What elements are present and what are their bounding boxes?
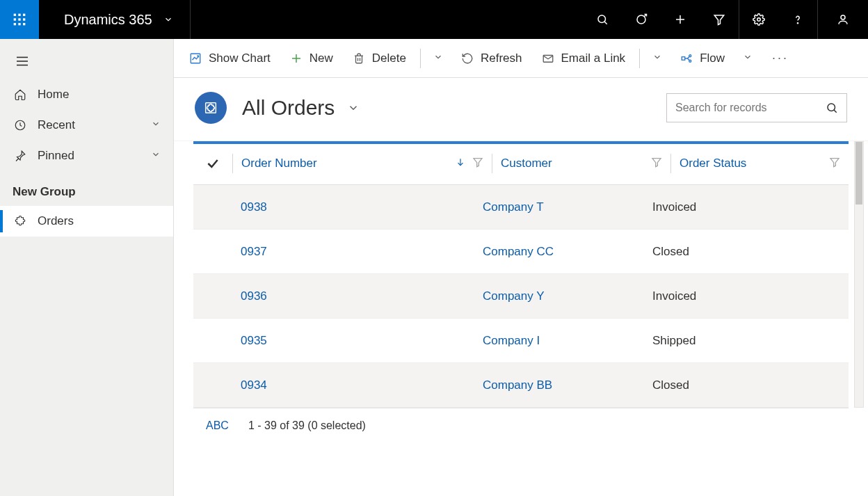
delete-more-button[interactable] xyxy=(426,47,450,70)
search-records-box[interactable] xyxy=(666,93,847,122)
table-row[interactable]: 0936 Company Y Invoiced xyxy=(193,274,849,319)
table-row[interactable]: 0934 Company BB Closed xyxy=(193,363,849,408)
svg-rect-6 xyxy=(14,23,16,25)
chevron-down-icon xyxy=(433,52,443,62)
scrollbar-thumb[interactable] xyxy=(855,142,862,205)
filter-column-button[interactable] xyxy=(651,157,662,171)
check-icon xyxy=(206,157,220,170)
person-icon xyxy=(837,13,849,26)
cmd-label: Delete xyxy=(372,51,406,65)
sidebar-toggle[interactable] xyxy=(0,46,173,79)
task-button[interactable] xyxy=(622,0,661,39)
filter-column-button[interactable] xyxy=(829,157,840,171)
delete-button[interactable]: Delete xyxy=(344,46,415,71)
view-selector[interactable]: All Orders xyxy=(242,96,360,120)
sort-desc-icon[interactable] xyxy=(456,157,465,170)
divider xyxy=(639,49,640,68)
search-button[interactable] xyxy=(583,0,622,39)
email-link-more-button[interactable] xyxy=(645,47,669,70)
cell-status: Invoiced xyxy=(652,289,849,303)
svg-point-11 xyxy=(637,15,645,24)
grid-footer: ABC 1 - 39 of 39 (0 selected) xyxy=(193,408,849,449)
settings-button[interactable] xyxy=(739,0,778,39)
svg-marker-38 xyxy=(830,158,839,166)
cell-order-number[interactable]: 0937 xyxy=(232,245,483,259)
brand-name: Dynamics 365 xyxy=(64,12,152,28)
svg-point-33 xyxy=(828,104,835,111)
search-input[interactable] xyxy=(675,102,826,114)
add-button[interactable] xyxy=(661,0,700,39)
search-icon xyxy=(826,102,838,114)
cmd-label: Flow xyxy=(700,51,725,65)
divider xyxy=(670,154,671,173)
email-link-button[interactable]: Email a Link xyxy=(533,46,634,71)
cell-customer[interactable]: Company Y xyxy=(483,289,652,303)
sidebar: Home Recent Pinned New Group Orders xyxy=(0,39,174,496)
sidebar-item-recent[interactable]: Recent xyxy=(0,110,173,141)
top-actions xyxy=(583,0,868,39)
svg-rect-4 xyxy=(18,18,20,20)
svg-rect-5 xyxy=(23,18,25,20)
clock-icon xyxy=(14,119,26,131)
table-row[interactable]: 0937 Company CC Closed xyxy=(193,230,849,274)
column-header-order-number[interactable]: Order Number xyxy=(241,157,492,171)
svg-point-18 xyxy=(841,15,845,19)
svg-point-9 xyxy=(598,15,606,23)
svg-rect-29 xyxy=(682,56,685,60)
column-header-order-status[interactable]: Order Status xyxy=(680,157,849,171)
filter-button[interactable] xyxy=(700,0,739,39)
record-summary: 1 - 39 of 39 (0 selected) xyxy=(248,419,366,432)
sidebar-item-label: Recent xyxy=(38,118,75,132)
cell-status: Invoiced xyxy=(652,200,849,214)
grid: Order Number Customer xyxy=(174,141,868,496)
svg-marker-37 xyxy=(652,158,661,166)
filter-column-button[interactable] xyxy=(472,157,483,171)
account-button[interactable] xyxy=(818,0,868,39)
cell-customer[interactable]: Company BB xyxy=(483,378,652,392)
sidebar-item-pinned[interactable]: Pinned xyxy=(0,141,173,171)
chevron-down-icon xyxy=(652,52,662,62)
table-row[interactable]: 0935 Company I Shipped xyxy=(193,319,849,363)
trash-icon xyxy=(353,52,365,65)
cell-order-number[interactable]: 0936 xyxy=(232,289,483,303)
brand-switcher[interactable]: Dynamics 365 xyxy=(39,0,191,39)
svg-line-10 xyxy=(604,22,607,24)
flow-button[interactable]: Flow xyxy=(672,46,733,71)
chevron-down-icon xyxy=(151,119,161,129)
plus-icon xyxy=(674,13,686,26)
app-launcher-button[interactable] xyxy=(0,0,39,39)
mail-icon xyxy=(542,52,554,65)
table-row[interactable]: 0938 Company T Invoiced xyxy=(193,185,849,230)
cell-customer[interactable]: Company T xyxy=(483,200,652,214)
pin-icon xyxy=(14,150,26,162)
overflow-button[interactable]: ··· xyxy=(762,45,798,71)
puzzle-icon xyxy=(14,215,26,227)
top-bar: Dynamics 365 xyxy=(0,0,868,39)
cell-customer[interactable]: Company I xyxy=(483,334,652,348)
refresh-button[interactable]: Refresh xyxy=(453,46,531,71)
cell-order-number[interactable]: 0934 xyxy=(232,378,483,392)
alpha-filter[interactable]: ABC xyxy=(206,419,229,432)
svg-rect-0 xyxy=(14,14,16,16)
select-all-checkbox[interactable] xyxy=(193,157,232,170)
svg-rect-7 xyxy=(18,23,20,25)
scrollbar[interactable] xyxy=(854,141,864,408)
flow-more-button[interactable] xyxy=(736,47,760,70)
cell-status: Shipped xyxy=(652,334,849,348)
svg-rect-1 xyxy=(18,14,20,16)
hamburger-icon xyxy=(15,56,29,67)
cell-customer[interactable]: Company CC xyxy=(483,245,652,259)
new-button[interactable]: New xyxy=(282,46,341,71)
cmd-label: New xyxy=(310,51,333,65)
cell-order-number[interactable]: 0935 xyxy=(232,334,483,348)
show-chart-button[interactable]: Show Chart xyxy=(181,46,279,71)
cell-order-number[interactable]: 0938 xyxy=(232,200,483,214)
sidebar-item-home[interactable]: Home xyxy=(0,79,173,110)
column-header-customer[interactable]: Customer xyxy=(501,157,670,171)
cmd-label: Refresh xyxy=(481,51,522,65)
help-button[interactable] xyxy=(778,0,817,39)
sidebar-item-orders[interactable]: Orders xyxy=(0,206,173,237)
chart-icon xyxy=(189,52,202,65)
divider xyxy=(492,154,492,173)
main-content: Show Chart New Delete Refresh Email a Li… xyxy=(174,39,868,496)
